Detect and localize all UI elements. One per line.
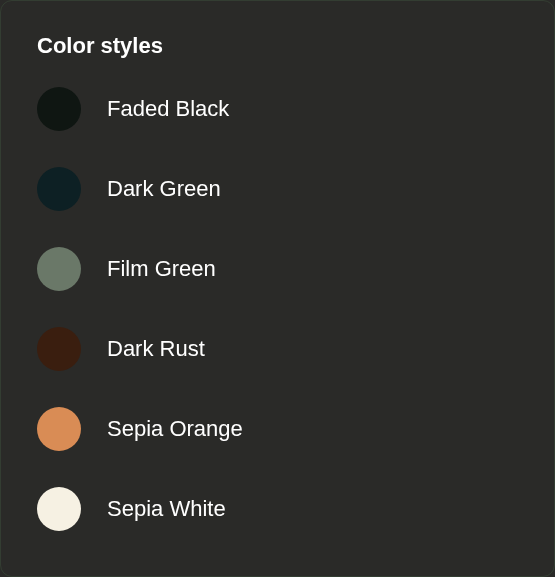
style-label: Faded Black — [107, 96, 229, 122]
style-label: Dark Green — [107, 176, 221, 202]
style-item-dark-green[interactable]: Dark Green — [37, 167, 518, 211]
style-item-dark-rust[interactable]: Dark Rust — [37, 327, 518, 371]
style-item-film-green[interactable]: Film Green — [37, 247, 518, 291]
color-swatch-icon — [37, 167, 81, 211]
style-label: Sepia Orange — [107, 416, 243, 442]
style-list: Faded Black Dark Green Film Green Dark R… — [37, 87, 518, 531]
color-styles-panel: Color styles Faded Black Dark Green Film… — [37, 33, 518, 531]
style-item-sepia-white[interactable]: Sepia White — [37, 487, 518, 531]
color-swatch-icon — [37, 87, 81, 131]
style-label: Sepia White — [107, 496, 226, 522]
panel-title: Color styles — [37, 33, 518, 59]
color-swatch-icon — [37, 487, 81, 531]
color-swatch-icon — [37, 327, 81, 371]
style-label: Dark Rust — [107, 336, 205, 362]
color-swatch-icon — [37, 247, 81, 291]
style-item-faded-black[interactable]: Faded Black — [37, 87, 518, 131]
style-item-sepia-orange[interactable]: Sepia Orange — [37, 407, 518, 451]
style-label: Film Green — [107, 256, 216, 282]
color-swatch-icon — [37, 407, 81, 451]
